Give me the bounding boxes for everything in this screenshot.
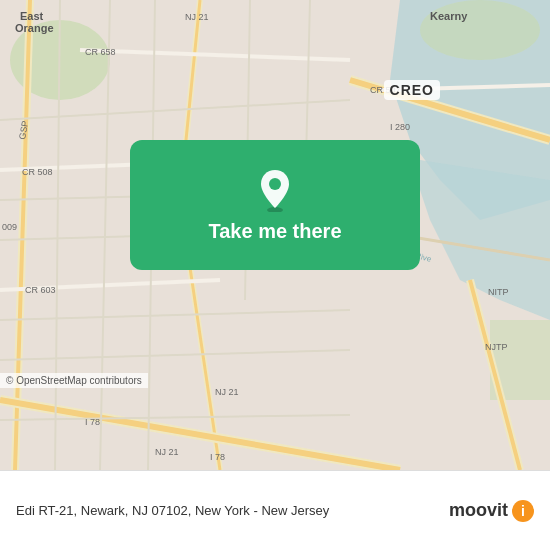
svg-text:NJ 21: NJ 21: [185, 12, 209, 22]
svg-text:CR 603: CR 603: [25, 285, 56, 295]
svg-text:Orange: Orange: [15, 22, 54, 34]
map-view: GSP CR 658 CR 508 CR 603 NJ 21 CR 507 I …: [0, 0, 550, 470]
svg-text:NJ 21: NJ 21: [155, 447, 179, 457]
svg-text:CR 508: CR 508: [22, 167, 53, 177]
svg-text:NITP: NITP: [488, 287, 509, 297]
bottom-bar: Edi RT-21, Newark, NJ 07102, New York - …: [0, 470, 550, 550]
svg-text:CR 658: CR 658: [85, 47, 116, 57]
take-me-there-button[interactable]: Take me there: [130, 140, 420, 270]
creo-watermark: CREO: [384, 80, 440, 100]
svg-text:I 78: I 78: [85, 417, 100, 427]
moovit-logo: moovit i: [449, 500, 534, 522]
svg-point-4: [420, 0, 540, 60]
svg-text:Kearny: Kearny: [430, 10, 468, 22]
svg-text:I 78: I 78: [210, 452, 225, 462]
svg-text:East: East: [20, 10, 44, 22]
moovit-dot-icon: i: [512, 500, 534, 522]
svg-point-53: [269, 178, 281, 190]
moovit-text: moovit: [449, 500, 508, 521]
svg-text:NJTP: NJTP: [485, 342, 508, 352]
osm-attribution: © OpenStreetMap contributors: [0, 373, 148, 388]
location-pin-icon: [257, 168, 293, 212]
cta-label-text: Take me there: [208, 220, 341, 243]
svg-text:I 280: I 280: [390, 122, 410, 132]
svg-text:NJ 21: NJ 21: [215, 387, 239, 397]
svg-text:009: 009: [2, 222, 17, 232]
attribution-text: © OpenStreetMap contributors: [6, 375, 142, 386]
location-label: Edi RT-21, Newark, NJ 07102, New York - …: [16, 503, 449, 518]
